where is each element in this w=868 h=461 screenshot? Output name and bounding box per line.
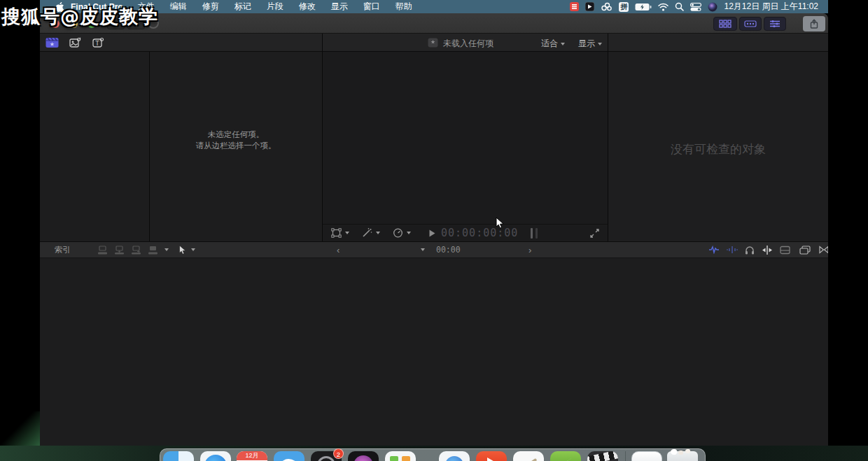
sidebar-toggle-button[interactable] <box>107 18 125 29</box>
skimming-toggle-icon[interactable] <box>708 246 720 254</box>
screen-player-icon[interactable] <box>585 2 594 11</box>
zoom-window-button[interactable] <box>88 20 96 28</box>
dock-camera-app-icon[interactable] <box>348 451 379 461</box>
spotlight-search-icon[interactable] <box>675 2 684 11</box>
library-clapper-icon[interactable] <box>46 37 59 48</box>
audio-skimming-toggle-icon[interactable] <box>727 246 738 254</box>
battery-charging-icon[interactable] <box>635 3 652 11</box>
menu-clip[interactable]: 片段 <box>259 1 291 13</box>
window-titlebar[interactable] <box>40 13 828 34</box>
play-button[interactable] <box>429 229 435 237</box>
viewer-display-dropdown[interactable]: 显示 <box>578 38 602 50</box>
viewer-panel[interactable]: 00:00:00:00 <box>323 52 608 241</box>
menubar-datetime[interactable]: 12月12日 周日 上午11:02 <box>724 1 818 13</box>
timeline-area[interactable] <box>40 259 828 446</box>
control-center-icon[interactable] <box>690 3 701 11</box>
dock-board-app-icon[interactable] <box>385 451 416 461</box>
timeline-bowtie-icon[interactable] <box>819 246 828 254</box>
append-edit-icon[interactable] <box>131 246 141 255</box>
chevron-down-icon <box>598 43 602 45</box>
timeline-toolbar: 索引 <box>40 241 828 258</box>
list-view-button[interactable] <box>739 17 762 31</box>
menu-mark[interactable]: 标记 <box>227 1 259 13</box>
viewer-media-icon <box>428 38 438 48</box>
dock-notes-app-icon[interactable] <box>513 451 544 461</box>
app-menu-final-cut-pro[interactable]: Final Cut Pro <box>66 2 130 12</box>
dock-globe-app-icon[interactable] <box>439 451 470 461</box>
dock-trash-icon[interactable] <box>667 451 698 461</box>
edit-options-chevron[interactable] <box>164 248 169 251</box>
menu-edit[interactable]: 编辑 <box>162 1 195 13</box>
final-cut-pro-window: T 未载入任何项 适合 显示 未选定任何项。 <box>40 13 828 446</box>
timeline-windows-icon[interactable] <box>799 246 811 255</box>
dock-finder-icon[interactable] <box>163 451 194 461</box>
snapping-toggle-icon[interactable] <box>762 246 773 255</box>
organize-grid-button[interactable] <box>713 17 737 31</box>
browser-panel[interactable]: 未选定任何项。 请从边栏选择一个项。 <box>150 52 322 241</box>
audio-meter-right[interactable] <box>536 228 538 239</box>
retime-icon[interactable] <box>393 228 403 238</box>
viewer-zoom-dropdown[interactable]: 适合 <box>541 38 565 50</box>
retime-menu-chevron[interactable] <box>407 232 411 234</box>
titles-generators-icon[interactable]: T <box>92 37 105 48</box>
minimize-window-button[interactable] <box>69 20 78 28</box>
media-import-button[interactable] <box>127 18 145 29</box>
menu-help[interactable]: 帮助 <box>388 1 420 13</box>
browser-empty-line2: 请从边栏选择一个项。 <box>150 140 322 151</box>
grid-icon <box>719 20 732 28</box>
adjust-sliders-button[interactable] <box>764 17 786 31</box>
viewer-title: 未载入任何项 <box>443 38 493 50</box>
dock-green-app-icon[interactable] <box>550 451 581 461</box>
cloud-drive-icon[interactable] <box>601 2 612 11</box>
tool-menu-chevron[interactable] <box>191 248 195 251</box>
apple-icon <box>55 1 64 12</box>
audio-meter-left[interactable] <box>531 228 533 239</box>
timeline-timecode[interactable]: 00:00 <box>436 245 461 255</box>
index-button[interactable]: 索引 <box>55 245 71 255</box>
timeline-history-chevron[interactable] <box>421 248 425 251</box>
share-button[interactable] <box>803 16 825 31</box>
menu-window[interactable]: 窗口 <box>356 1 388 13</box>
libraries-sidebar[interactable] <box>40 52 149 241</box>
menu-modify[interactable]: 修改 <box>291 1 323 13</box>
dock-safari-icon[interactable] <box>200 451 231 461</box>
previous-item-button[interactable]: ‹ <box>337 245 340 255</box>
pinyin-input-icon[interactable]: 拼 <box>619 2 629 12</box>
viewer-display-label: 显示 <box>578 38 595 50</box>
inspector-panel[interactable]: 没有可检查的对象 <box>608 52 828 241</box>
dock-document-stack-icon[interactable] <box>631 451 662 461</box>
inspector-empty-message: 没有可检查的对象 <box>608 141 828 157</box>
menu-trim[interactable]: 修剪 <box>195 1 227 13</box>
select-tool-icon[interactable] <box>178 245 187 255</box>
close-window-button[interactable] <box>51 20 59 28</box>
dock-notification-badge: 2 <box>333 448 344 459</box>
transform-tool-icon[interactable] <box>331 228 342 238</box>
wifi-icon[interactable] <box>658 3 668 11</box>
viewer-timecode[interactable]: 00:00:00:00 <box>441 227 518 239</box>
recorder-red-icon[interactable] <box>570 2 579 11</box>
dock-twitter-icon[interactable] <box>274 451 304 461</box>
fullscreen-expand-icon[interactable] <box>590 229 599 238</box>
clip-appearance-icon[interactable] <box>780 246 790 255</box>
media-photos-icon[interactable] <box>69 37 82 48</box>
mouse-cursor <box>496 217 505 229</box>
panel-header-row: T 未载入任何项 适合 显示 <box>40 34 828 52</box>
transform-menu-chevron[interactable] <box>345 232 349 234</box>
insert-edit-icon[interactable] <box>114 246 125 255</box>
connect-edit-icon[interactable] <box>97 246 108 255</box>
menu-view[interactable]: 显示 <box>323 1 356 13</box>
apple-menu[interactable] <box>51 1 66 12</box>
siri-icon[interactable] <box>708 2 718 12</box>
overwrite-edit-icon[interactable] <box>148 246 158 255</box>
effects-menu-chevron[interactable] <box>376 232 380 234</box>
solo-headphones-icon[interactable] <box>745 246 755 255</box>
sliders-icon <box>769 20 780 28</box>
next-item-button[interactable]: › <box>528 245 531 255</box>
effects-wand-icon[interactable] <box>362 228 372 238</box>
dock-final-cut-pro-icon[interactable] <box>587 451 618 461</box>
menu-file[interactable]: 文件 <box>130 1 162 13</box>
dock-video-play-app-icon[interactable] <box>476 451 507 461</box>
dock-calendar-icon[interactable]: 12月 <box>237 451 267 461</box>
share-icon <box>810 19 818 29</box>
background-tasks-button[interactable] <box>148 17 159 29</box>
